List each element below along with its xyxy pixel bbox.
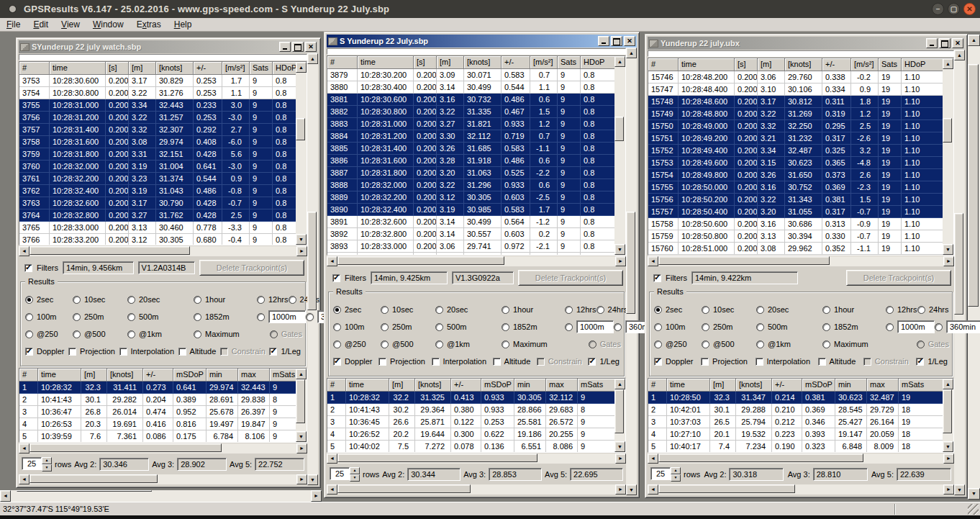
scrollbar-thumb[interactable]: [337, 453, 537, 462]
radio-24hrs[interactable]: 24hrs: [596, 305, 628, 314]
scrollbar-thumb[interactable]: [954, 213, 963, 315]
scrollbar-track[interactable]: [658, 484, 943, 495]
column-header[interactable]: +/-: [451, 379, 481, 392]
column-header[interactable]: [knots]: [156, 62, 194, 75]
track-table-hscrollbar[interactable]: ◄ ►: [648, 256, 954, 266]
window-vscrollbar[interactable]: ▲ ▼: [626, 48, 637, 495]
scroll-down-icon[interactable]: ▼: [296, 234, 307, 245]
radio-12hrs[interactable]: 12hrs: [565, 305, 596, 314]
trackpoint-row[interactable]: 388410:28:31.2000.2003.3032.1120.7190.79…: [327, 130, 614, 143]
scrollbar-track[interactable]: [968, 46, 980, 488]
results-table-vscrollbar[interactable]: ▲ ▼: [296, 369, 307, 442]
trackpoint-row[interactable]: 375910:28:31.8000.2003.3132.1510.4285.69…: [19, 148, 296, 161]
trackpoint-row[interactable]: 1575310:28:49.6000.2003.1530.6230.365-4.…: [648, 157, 943, 169]
column-header[interactable]: [m/s²]: [530, 56, 558, 69]
column-header[interactable]: #: [327, 379, 346, 392]
radio-250m[interactable]: 250m: [73, 312, 127, 321]
column-header[interactable]: HDoP: [902, 58, 943, 71]
trackpoint-row[interactable]: 389410:28:33.2000.2003.0929.9940.7780.69…: [327, 253, 614, 255]
radio-1hour[interactable]: 1hour: [502, 305, 565, 314]
radio-250[interactable]: @250: [25, 330, 73, 338]
maximize-icon[interactable]: [939, 38, 950, 48]
scroll-left-icon[interactable]: ◄: [327, 484, 337, 495]
scroll-up-icon[interactable]: ▲: [296, 369, 307, 379]
trackpoint-row[interactable]: 388710:28:31.8000.2003.2031.0630.525-2.2…: [327, 167, 614, 179]
column-header[interactable]: [knots]: [785, 58, 822, 71]
radio-1km[interactable]: @1km: [435, 340, 502, 348]
radio-2sec[interactable]: 2sec: [333, 305, 381, 314]
scroll-down-icon[interactable]: ▼: [954, 484, 965, 495]
checkbox-1-leg[interactable]: 1/Leg: [269, 347, 301, 356]
trackpoint-row[interactable]: 376510:28:33.0000.2003.1330.4600.778-3.3…: [19, 222, 296, 234]
column-header[interactable]: time: [346, 379, 389, 392]
radio-maximum[interactable]: Maximum: [502, 340, 565, 348]
column-header[interactable]: [s]: [414, 56, 437, 69]
minimize-icon[interactable]: [598, 36, 609, 46]
radio-1km[interactable]: @1km: [127, 330, 194, 338]
spin-down-icon[interactable]: ▼: [350, 474, 360, 482]
column-header[interactable]: [m]: [81, 369, 107, 382]
column-header[interactable]: min: [207, 369, 238, 382]
scroll-right-icon[interactable]: ►: [296, 474, 307, 484]
scrollbar-thumb[interactable]: [658, 453, 863, 462]
column-header[interactable]: time: [38, 369, 81, 382]
column-header[interactable]: [knots]: [736, 379, 772, 392]
menu-window[interactable]: Window: [86, 19, 130, 30]
result-row[interactable]: 210:42:0130.129.2880.2100.36928.54529.72…: [648, 404, 943, 416]
scroll-down-icon[interactable]: ▼: [614, 244, 625, 255]
scrollbar-thumb[interactable]: [614, 117, 624, 141]
checkbox-interpolation[interactable]: Interpolation: [119, 347, 175, 356]
rows-count-input[interactable]: 25: [330, 467, 350, 480]
trackpoint-row[interactable]: 1574910:28:48.8000.2003.2231.2690.3191.2…: [648, 108, 943, 120]
column-header[interactable]: +/-: [772, 379, 802, 392]
scrollbar-track[interactable]: [337, 484, 615, 495]
radio-250m[interactable]: 250m: [381, 322, 435, 331]
trackpoint-row[interactable]: 1575710:28:50.4000.2003.2031.0550.317-0.…: [648, 206, 943, 218]
scroll-left-icon[interactable]: ◄: [19, 474, 30, 484]
scroll-up-icon[interactable]: ▲: [954, 50, 965, 60]
column-header[interactable]: Sats: [558, 56, 581, 69]
scrollbar-track[interactable]: [296, 73, 307, 234]
radio-500m[interactable]: 500m: [756, 322, 822, 331]
column-header[interactable]: [m]: [758, 58, 785, 71]
column-header[interactable]: +/-: [194, 62, 222, 75]
scrollbar-thumb[interactable]: [658, 484, 795, 493]
trackpoint-row[interactable]: 1574810:28:48.6000.2003.1730.8120.3111.8…: [648, 96, 943, 108]
scroll-up-icon[interactable]: ▲: [968, 35, 980, 46]
scrollbar-track[interactable]: [614, 389, 625, 441]
column-header[interactable]: mSats: [899, 379, 943, 392]
trackpoint-row[interactable]: 1575810:28:50.6000.2003.1630.6860.313-0.…: [648, 218, 943, 230]
column-header[interactable]: #: [19, 62, 50, 75]
track-table-vscrollbar[interactable]: ▲ ▼: [943, 58, 953, 255]
menu-edit[interactable]: Edit: [27, 19, 55, 30]
radio-10sec[interactable]: 10sec: [702, 305, 756, 314]
column-header[interactable]: +/-: [822, 58, 851, 71]
result-row[interactable]: 110:28:5032.331.3470.2140.38130.62332.48…: [648, 392, 943, 404]
rows-count-input[interactable]: 25: [22, 457, 42, 470]
radio-20sec[interactable]: 20sec: [435, 305, 502, 314]
result-row[interactable]: 510:39:597.67.3610.0860.1756.7848.1069: [19, 430, 296, 442]
results-table-hscrollbar[interactable]: ◄ ►: [19, 443, 307, 453]
delete-trackpoints-button[interactable]: Delete Trackpoint(s): [846, 270, 951, 286]
column-header[interactable]: mSDoP: [481, 379, 514, 392]
result-row[interactable]: 510:40:027.57.2720.0780.1366.5518.0869: [327, 441, 614, 452]
radio-250m[interactable]: 250m: [702, 322, 756, 331]
scroll-right-icon[interactable]: ►: [296, 443, 307, 453]
checkbox-altitude[interactable]: Altitude: [493, 357, 531, 366]
radio-20sec[interactable]: 20sec: [756, 305, 822, 314]
mdi-vertical-scrollbar[interactable]: ▲ ▼: [968, 35, 980, 500]
scroll-left-icon[interactable]: ◄: [648, 256, 658, 266]
scrollbar-thumb[interactable]: [943, 118, 952, 143]
radio-maximum[interactable]: Maximum: [822, 340, 886, 348]
checkbox-altitude[interactable]: Altitude: [178, 347, 217, 356]
column-header[interactable]: mSDoP: [173, 369, 207, 382]
minimize-icon[interactable]: [926, 38, 938, 48]
radio-500m[interactable]: 500m: [435, 322, 502, 331]
column-header[interactable]: HDoP: [273, 62, 296, 75]
menu-extras[interactable]: Extras: [130, 19, 168, 30]
trackpoint-row[interactable]: 1575210:28:49.4000.2003.3432.4870.3253.2…: [648, 145, 943, 157]
track-table-hscrollbar[interactable]: ◄ ►: [19, 246, 307, 256]
result-row[interactable]: 310:37:0326.525.7940.2120.34625.42726.16…: [648, 416, 943, 428]
filters-checkbox[interactable]: [332, 274, 340, 282]
trackpoint-row[interactable]: 1574610:28:48.2000.2003.0629.7600.338-0.…: [648, 71, 943, 84]
